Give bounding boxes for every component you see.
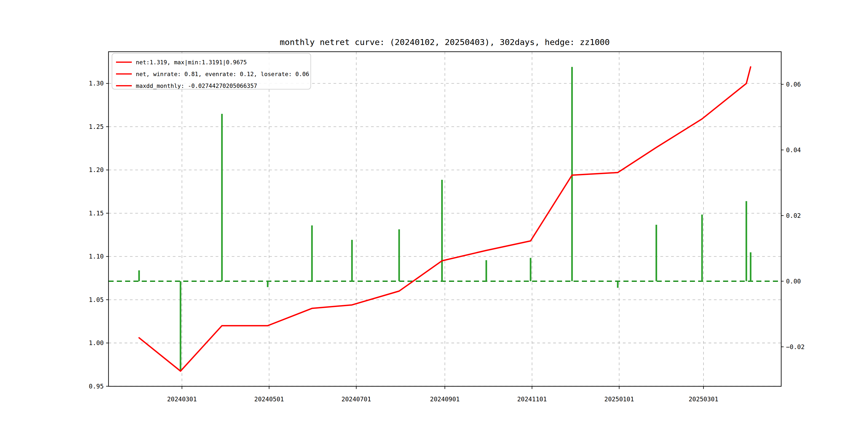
left-tick-label: 1.25 — [89, 123, 104, 130]
return-bar — [138, 270, 140, 281]
right-tick-label: 0.00 — [786, 278, 801, 285]
return-bar — [750, 252, 751, 281]
return-bar — [351, 240, 353, 281]
return-bar — [571, 67, 573, 281]
x-tick-label: 20240701 — [341, 396, 371, 403]
left-tick-label: 1.00 — [89, 339, 104, 346]
return-bar — [398, 229, 400, 281]
left-tick-label: 1.10 — [89, 253, 104, 260]
right-tick-label: 0.02 — [786, 212, 801, 219]
figure: monthly netret curve: (20240102, 2025040… — [0, 0, 868, 434]
x-tick-label: 20240501 — [254, 396, 284, 403]
left-tick-label: 1.15 — [89, 210, 104, 217]
legend-label: net:1.319, max|min:1.3191|0.9675 — [136, 59, 247, 66]
legend: net:1.319, max|min:1.3191|0.9675net, win… — [112, 53, 311, 89]
x-tick-label: 20240901 — [430, 396, 460, 403]
return-bar — [701, 215, 703, 281]
left-tick-label: 0.95 — [89, 383, 104, 390]
left-tick-label: 1.30 — [89, 80, 104, 87]
x-tick-label: 20250301 — [688, 396, 718, 403]
plot-area: 0.951.001.051.101.151.201.251.30−0.020.0… — [89, 52, 805, 403]
return-bar — [530, 258, 531, 281]
right-tick-label: −0.02 — [786, 343, 805, 350]
return-bar — [441, 180, 443, 281]
left-tick-label: 1.20 — [89, 166, 104, 173]
x-tick-label: 20250101 — [604, 396, 634, 403]
left-tick-label: 1.05 — [89, 296, 104, 303]
return-bar — [656, 225, 657, 281]
right-tick-label: 0.04 — [786, 147, 801, 154]
right-tick-label: 0.06 — [786, 81, 801, 88]
return-bar — [746, 201, 747, 281]
return-bar — [617, 281, 619, 288]
return-bar — [180, 281, 181, 371]
legend-label: maxdd_monthly: -0.02744270205066357 — [136, 83, 257, 89]
legend-label: net, winrate: 0.81, evenrate: 0.12, lose… — [136, 71, 309, 78]
x-tick-label: 20240301 — [167, 396, 197, 403]
chart-title: monthly netret curve: (20240102, 2025040… — [280, 37, 610, 47]
return-bar — [267, 281, 269, 287]
return-bar — [486, 260, 487, 281]
x-tick-label: 20241101 — [517, 396, 547, 403]
netret-chart: monthly netret curve: (20240102, 2025040… — [0, 0, 868, 434]
return-bar — [221, 114, 223, 281]
return-bar — [311, 225, 313, 281]
